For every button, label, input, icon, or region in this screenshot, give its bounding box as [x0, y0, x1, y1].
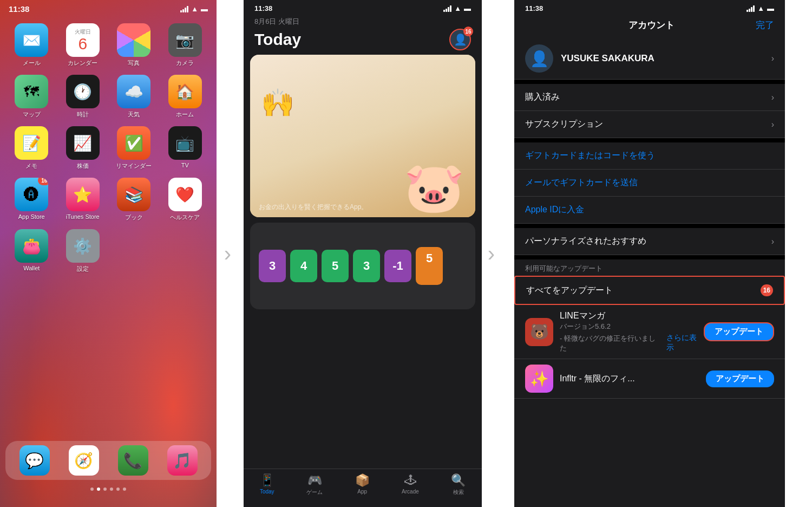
- dock: 💬 🧭 📞 🎵: [5, 441, 211, 480]
- tab-today[interactable]: 📱 Today: [260, 473, 274, 496]
- dock-safari[interactable]: 🧭: [59, 445, 108, 476]
- as-avatar-container[interactable]: 👤 16: [449, 29, 471, 50]
- ac-giftcard-label: ギフトカードまたはコードを使う: [525, 150, 655, 161]
- dot-6: [123, 487, 126, 491]
- user-row-chevron: ›: [771, 54, 774, 63]
- tab-app[interactable]: 📦 App: [355, 473, 370, 496]
- status-bar-home: 11:38 ▲ ▬: [0, 0, 217, 16]
- tab-arcade-icon: 🕹: [404, 473, 416, 487]
- arrow-2: ›: [488, 242, 495, 266]
- arrow-1: ›: [224, 242, 231, 266]
- app-camera[interactable]: 📷 カメラ: [163, 23, 207, 67]
- ac-row-send-gift[interactable]: メールでギフトカードを送信: [514, 170, 785, 197]
- tab-search-icon: 🔍: [451, 473, 466, 487]
- tab-arcade[interactable]: 🕹 Arcade: [402, 473, 419, 496]
- dock-messages[interactable]: 💬: [10, 445, 59, 476]
- as-featured-card[interactable]: 基本を知る 家計の管理を始めよう 🐷 🙌 お金の出入りを賢く把握できるApp。: [250, 55, 475, 217]
- tab-search[interactable]: 🔍 検索: [451, 473, 466, 496]
- line-manga-update-button[interactable]: アップデート: [704, 322, 774, 341]
- signal-icon: [180, 6, 188, 12]
- app-camera-label: カメラ: [176, 59, 194, 67]
- app-health[interactable]: ❤️ ヘルスケア: [163, 178, 207, 222]
- line-manga-see-more[interactable]: さらに表示: [666, 333, 704, 353]
- separator-2: [514, 138, 785, 142]
- app-books[interactable]: 📚 ブック: [112, 178, 156, 222]
- status-icons-home: ▲ ▬: [180, 5, 208, 13]
- infltr-icon: ✨: [525, 365, 553, 393]
- as-game-card[interactable]: 3 4 5 3 -1 5: [250, 223, 475, 309]
- ac-section-1: 購入済み › サブスクリプション ›: [514, 84, 785, 138]
- app-settings[interactable]: ⚙️ 設定: [61, 229, 105, 273]
- line-manga-name: LINEマンガ: [560, 310, 704, 322]
- as-card-bottom-text: お金の出入りを賢く把握できるApp。: [259, 203, 368, 212]
- separator-3: [514, 224, 785, 228]
- as-avatar-badge: 16: [463, 27, 473, 36]
- dot-4: [110, 487, 113, 491]
- app-stocks[interactable]: 📈 株価: [61, 126, 105, 170]
- ac-update-all-row[interactable]: すべてをアップデート 16: [514, 276, 785, 305]
- app-wallet[interactable]: 👛 Wallet: [10, 229, 54, 273]
- appstore-badge: 16: [38, 178, 48, 185]
- tile-2: 4: [290, 250, 317, 282]
- ac-personalize-label: パーソナライズされたおすすめ: [525, 236, 646, 247]
- app-home[interactable]: 🏠 ホーム: [163, 75, 207, 119]
- ac-row-topup[interactable]: Apple IDに入金: [514, 197, 785, 224]
- app-clock[interactable]: 🕐 時計: [61, 75, 105, 119]
- app-weather-label: 天気: [128, 110, 140, 119]
- app-calendar-label: カレンダー: [68, 59, 97, 67]
- subscriptions-chevron: ›: [771, 120, 774, 129]
- app-stocks-label: 株価: [77, 162, 89, 170]
- account-panel: 11:38 ▲ ▬ アカウント 完了 👤 YUSUKE SAKAKURA: [514, 0, 785, 507]
- tab-today-label: Today: [260, 489, 274, 495]
- ac-user-row[interactable]: 👤 YUSUKE SAKAKURA ›: [514, 38, 785, 80]
- tile-6: 5: [416, 247, 443, 285]
- as-time: 11:38: [254, 4, 272, 12]
- app-mail[interactable]: ✉️ メール: [10, 23, 54, 67]
- app-tv[interactable]: 📺 TV: [163, 126, 207, 170]
- app-memo[interactable]: 📝 メモ: [10, 126, 54, 170]
- ac-signal-icon: [746, 5, 755, 12]
- tab-search-label: 検索: [453, 489, 464, 496]
- line-manga-desc: - 軽微なバグの修正を行いました: [560, 334, 662, 353]
- appstore-panel: 11:38 ▲ ▬ 8月6日 火曜日 Today 👤: [244, 0, 482, 507]
- battery-icon: ▬: [201, 5, 208, 13]
- app-wallet-label: Wallet: [23, 265, 40, 271]
- ac-user-name: YUSUKE SAKAKURA: [561, 53, 771, 64]
- app-mail-label: メール: [23, 59, 41, 67]
- app-weather[interactable]: ☁️ 天気: [112, 75, 156, 119]
- tab-app-icon: 📦: [355, 473, 370, 487]
- app-tv-label: TV: [181, 162, 189, 168]
- ac-status-icons: ▲ ▬: [746, 4, 774, 12]
- app-reminders-label: リマインダー: [116, 162, 152, 170]
- ac-row-subscriptions[interactable]: サブスクリプション ›: [514, 111, 785, 138]
- tile-3: 5: [322, 250, 349, 282]
- tile-1: 3: [259, 250, 286, 282]
- ac-row-giftcard[interactable]: ギフトカードまたはコードを使う: [514, 142, 785, 170]
- ac-time: 11:38: [525, 4, 543, 12]
- app-grid: ✉️ メール 火曜日 6 カレンダー 写真 📷 カメラ 🗺 マ: [0, 16, 217, 281]
- tab-games-label: ゲーム: [306, 489, 323, 496]
- dock-phone[interactable]: 📞: [108, 445, 158, 476]
- infltr-update-button[interactable]: アップデート: [706, 370, 774, 387]
- tab-games[interactable]: 🎮 ゲーム: [306, 473, 323, 496]
- ac-row-purchases[interactable]: 購入済み ›: [514, 84, 785, 111]
- ac-row-personalize[interactable]: パーソナライズされたおすすめ ›: [514, 228, 785, 255]
- ac-section-header-updates: 利用可能なアップデート: [514, 259, 785, 276]
- time-home: 11:38: [9, 4, 29, 14]
- dot-5: [116, 487, 120, 491]
- app-calendar[interactable]: 火曜日 6 カレンダー: [61, 23, 105, 67]
- app-maps[interactable]: 🗺 マップ: [10, 75, 54, 119]
- app-maps-label: マップ: [23, 110, 41, 119]
- tile-5: -1: [384, 250, 411, 282]
- ac-update-all-label: すべてをアップデート: [526, 285, 613, 296]
- app-reminders[interactable]: ✅ リマインダー: [112, 126, 156, 170]
- ac-nav-done-button[interactable]: 完了: [756, 19, 774, 31]
- dot-3: [103, 487, 107, 491]
- app-appstore[interactable]: 🅐 16 App Store: [10, 178, 54, 222]
- app-memo-label: メモ: [25, 162, 37, 170]
- app-photos[interactable]: 写真: [112, 23, 156, 67]
- ac-subscriptions-label: サブスクリプション: [525, 119, 603, 130]
- dock-music[interactable]: 🎵: [158, 445, 207, 476]
- tab-app-label: App: [357, 489, 367, 495]
- app-itunes[interactable]: ⭐ iTunes Store: [61, 178, 105, 222]
